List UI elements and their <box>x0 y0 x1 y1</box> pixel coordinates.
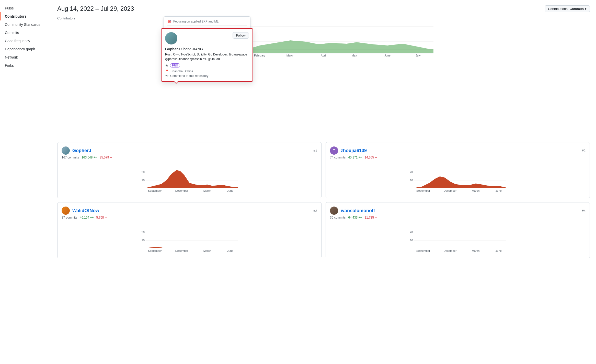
sidebar-item-community-standards[interactable]: Community Standards <box>0 20 51 29</box>
contributor-link-4[interactable]: ivansolomonoff <box>341 208 375 213</box>
contributor-link-3[interactable]: WalidOfNow <box>72 208 99 213</box>
chart-ivan: 20 10 September December March June <box>330 222 586 253</box>
sidebar-item-network[interactable]: Network <box>0 53 51 61</box>
deletions-4: 21,735 -- <box>364 216 377 219</box>
commit-icon: ⌥ <box>165 74 169 78</box>
pro-badge: PRO <box>170 63 180 67</box>
user-committed: ⌥ Committed to this repository <box>165 74 249 78</box>
sidebar-item-dependency-graph[interactable]: Dependency graph <box>0 45 51 53</box>
user-badges: ★ PRO <box>165 63 249 67</box>
sidebar: Pulse Contributors Community Standards C… <box>0 0 51 364</box>
additions-2: 40,171 ++ <box>348 156 362 159</box>
commits-count-1: 167 commits <box>62 156 79 159</box>
contributor-stats-3: 37 commits 46,154 ++ 5,768 -- <box>62 216 317 219</box>
svg-text:December: December <box>175 249 188 252</box>
commits-count-2: 74 commits <box>330 156 346 159</box>
star-icon: ★ <box>165 63 168 67</box>
chart-walid: 20 10 September December March June <box>62 222 317 253</box>
contributor-card-1: GopherJ #1 167 commits 163,648 ++ 35,579… <box>57 142 322 198</box>
focus-emoji: 🎯 <box>167 20 171 23</box>
sidebar-item-forks[interactable]: Forks <box>0 61 51 70</box>
contributor-left-4: ivansolomonoff <box>330 207 375 215</box>
svg-text:20: 20 <box>142 170 145 174</box>
chart-zhoujia: 20 10 September December March June <box>330 162 586 193</box>
contributor-stats-4: 35 commits 64,433 ++ 21,735 -- <box>330 216 586 219</box>
svg-text:20: 20 <box>410 231 413 234</box>
contributor-stats-1: 167 commits 163,648 ++ 35,579 -- <box>62 156 317 159</box>
contributor-rank-4: #4 <box>582 209 586 213</box>
user-card-popup: Follow GopherJ Cheng JIANG Rust, C++, Ty… <box>161 28 253 82</box>
user-display-name: GopherJ Cheng JIANG <box>165 47 249 51</box>
chart-gopherj: 20 10 September December March June <box>62 162 317 193</box>
sidebar-item-pulse[interactable]: Pulse <box>0 4 51 12</box>
avatar-gopherj <box>62 146 70 155</box>
additions-4: 64,433 ++ <box>348 216 362 219</box>
svg-text:10: 10 <box>142 239 145 242</box>
contributor-link-1[interactable]: GopherJ <box>72 148 91 153</box>
svg-text:September: September <box>416 189 430 192</box>
contributor-link-2[interactable]: zhoujia6139 <box>341 148 367 153</box>
svg-text:June: June <box>496 249 502 252</box>
contributor-left-3: WalidOfNow <box>62 207 99 215</box>
svg-text:10: 10 <box>410 239 413 242</box>
svg-text:20: 20 <box>142 231 145 234</box>
deletions-1: 35,579 -- <box>100 156 112 159</box>
sidebar-item-code-frequency[interactable]: Code frequency <box>0 37 51 45</box>
svg-text:May: May <box>352 54 357 57</box>
additions-3: 46,154 ++ <box>80 216 94 219</box>
follow-button[interactable]: Follow <box>233 32 249 39</box>
svg-text:March: March <box>472 249 480 252</box>
contributor-card-2: T zhoujia6139 #2 74 commits 40,171 ++ 14… <box>326 142 590 198</box>
svg-text:June: June <box>496 189 502 192</box>
location-text: Shanghai, China <box>170 70 193 73</box>
svg-text:June: June <box>384 54 391 57</box>
contributions-label: Contributions: <box>548 7 568 11</box>
sidebar-item-contributors[interactable]: Contributors <box>0 12 51 20</box>
date-range-title: Aug 14, 2022 – Jul 29, 2023 <box>57 5 134 12</box>
sidebar-item-commits[interactable]: Commits <box>0 29 51 37</box>
contributors-chart-label: Contributors <box>57 16 75 20</box>
contributor-rank-2: #2 <box>582 149 586 153</box>
deletions-2: 14,365 -- <box>364 156 377 159</box>
overview-chart-section: Contributors 40 30 20 10 0 February <box>57 16 590 58</box>
svg-text:20: 20 <box>410 170 413 174</box>
contributor-rank-1: #1 <box>314 149 317 153</box>
avatar-image <box>165 32 177 44</box>
svg-text:March: March <box>203 249 211 252</box>
svg-text:September: September <box>416 249 430 252</box>
location-icon: 📍 <box>165 70 169 73</box>
commits-count-3: 37 commits <box>62 216 77 219</box>
svg-text:June: June <box>227 189 233 192</box>
contributor-header-1: GopherJ #1 <box>62 146 317 155</box>
contributions-type: Commits <box>569 7 584 11</box>
contributor-header-2: T zhoujia6139 #2 <box>330 146 586 155</box>
contributor-left-1: GopherJ <box>62 146 91 155</box>
svg-text:10: 10 <box>410 179 413 182</box>
svg-text:December: December <box>444 189 457 192</box>
user-location: 📍 Shanghai, China <box>165 70 249 73</box>
app-layout: Pulse Contributors Community Standards C… <box>0 0 596 364</box>
committed-text: Committed to this repository <box>170 74 208 78</box>
user-bio: Rust, C++, TypeScript, Solidity, Go Deve… <box>165 52 249 61</box>
svg-text:July: July <box>416 54 421 57</box>
contributor-header-4: ivansolomonoff #4 <box>330 207 586 215</box>
commits-count-4: 35 commits <box>330 216 346 219</box>
contributions-dropdown-button[interactable]: Contributions: Commits ▾ <box>545 5 590 12</box>
svg-text:April: April <box>321 54 326 57</box>
overview-chart-svg: 40 30 20 10 0 February March April May J… <box>57 21 590 57</box>
card-caret-inner <box>174 81 178 83</box>
svg-text:February: February <box>254 54 266 57</box>
svg-text:September: September <box>148 189 162 192</box>
svg-text:March: March <box>203 189 211 192</box>
avatar-ivan <box>330 207 338 215</box>
contributor-card-3: WalidOfNow #3 37 commits 46,154 ++ 5,768… <box>57 202 322 258</box>
avatar-zhoujia: T <box>330 146 338 155</box>
contributor-card-4: ivansolomonoff #4 35 commits 64,433 ++ 2… <box>326 202 590 258</box>
svg-text:March: March <box>472 189 480 192</box>
contributor-left-2: T zhoujia6139 <box>330 146 367 155</box>
svg-text:March: March <box>286 54 294 57</box>
username: GopherJ <box>165 47 180 51</box>
main-header: Aug 14, 2022 – Jul 29, 2023 Contribution… <box>57 5 590 12</box>
svg-text:December: December <box>175 189 188 192</box>
main-content: Aug 14, 2022 – Jul 29, 2023 Contribution… <box>51 0 596 364</box>
